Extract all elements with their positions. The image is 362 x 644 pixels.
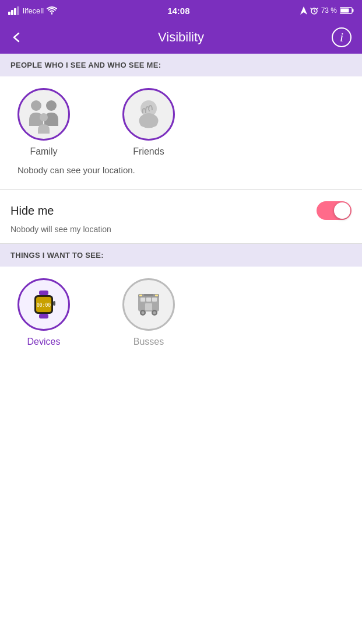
friends-label: Friends — [133, 146, 164, 157]
signal-icon — [8, 6, 20, 15]
things-section: 00:00 Devices — [0, 267, 362, 361]
wifi-icon — [47, 6, 57, 15]
svg-rect-31 — [155, 295, 158, 296]
bottom-space — [0, 361, 362, 536]
svg-point-9 — [46, 100, 57, 111]
svg-rect-29 — [144, 294, 153, 296]
friends-avatar — [122, 88, 175, 141]
svg-point-26 — [142, 312, 145, 314]
devices-circle: 00:00 — [17, 278, 70, 331]
hide-me-label: Hide me — [10, 204, 54, 218]
svg-rect-3 — [17, 6, 19, 15]
people-section-header: PEOPLE WHO I SEE AND WHO SEE ME: — [0, 54, 362, 76]
svg-text:00:00: 00:00 — [37, 303, 51, 308]
svg-rect-12 — [39, 290, 48, 295]
back-button[interactable] — [10, 31, 23, 44]
location-icon — [300, 6, 307, 15]
devices-icon: 00:00 — [27, 288, 60, 321]
info-icon: i — [340, 30, 343, 45]
friends-icon — [128, 94, 169, 135]
back-arrow-icon — [10, 31, 23, 44]
svg-rect-22 — [146, 298, 151, 302]
friends-item[interactable]: Friends — [122, 88, 175, 157]
svg-rect-2 — [14, 8, 16, 15]
svg-rect-23 — [152, 298, 157, 302]
family-avatar — [17, 88, 70, 141]
hide-me-toggle[interactable] — [317, 201, 352, 220]
people-row: Family Friends — [17, 88, 345, 157]
family-label: Family — [30, 146, 57, 157]
svg-rect-18 — [53, 301, 55, 306]
alarm-icon — [310, 6, 318, 15]
hide-me-section: Hide me Nobody will see my location — [0, 190, 362, 243]
svg-rect-0 — [8, 12, 10, 15]
toggle-thumb — [334, 202, 350, 219]
carrier-label: lifecell — [23, 6, 44, 15]
family-item[interactable]: Family — [17, 88, 70, 157]
hide-me-row: Hide me — [10, 201, 352, 220]
hide-me-subtitle: Nobody will see my location — [10, 225, 352, 234]
status-bar: lifecell 14:08 73 % — [0, 0, 362, 21]
status-left: lifecell — [8, 6, 57, 15]
things-row: 00:00 Devices — [17, 278, 345, 347]
svg-rect-21 — [140, 298, 145, 302]
devices-item[interactable]: 00:00 Devices — [17, 278, 70, 347]
battery-icon — [340, 7, 354, 14]
page-title: Visibility — [158, 30, 204, 45]
people-section: Family Friends Nobody can see your locat — [0, 76, 362, 189]
svg-point-10 — [40, 113, 48, 121]
busses-item[interactable]: Busses — [122, 278, 175, 347]
svg-rect-1 — [11, 10, 13, 15]
family-icon — [23, 94, 64, 135]
svg-rect-30 — [139, 295, 142, 296]
devices-label: Devices — [27, 337, 61, 347]
svg-rect-24 — [145, 303, 152, 310]
nobody-see-text: Nobody can see your location. — [17, 165, 345, 175]
svg-rect-17 — [39, 314, 48, 318]
svg-point-8 — [31, 100, 41, 111]
svg-point-28 — [153, 312, 156, 314]
svg-rect-7 — [340, 9, 349, 13]
status-time: 14:08 — [167, 6, 189, 16]
busses-label: Busses — [133, 337, 164, 347]
busses-icon — [132, 288, 165, 321]
svg-rect-6 — [352, 9, 354, 12]
app-header: Visibility i — [0, 21, 362, 54]
battery-text: 73 % — [321, 6, 337, 15]
info-button[interactable]: i — [332, 27, 352, 47]
status-right: 73 % — [300, 6, 354, 15]
busses-circle — [122, 278, 175, 331]
things-section-header: THINGS I WANT TO SEE: — [0, 244, 362, 267]
